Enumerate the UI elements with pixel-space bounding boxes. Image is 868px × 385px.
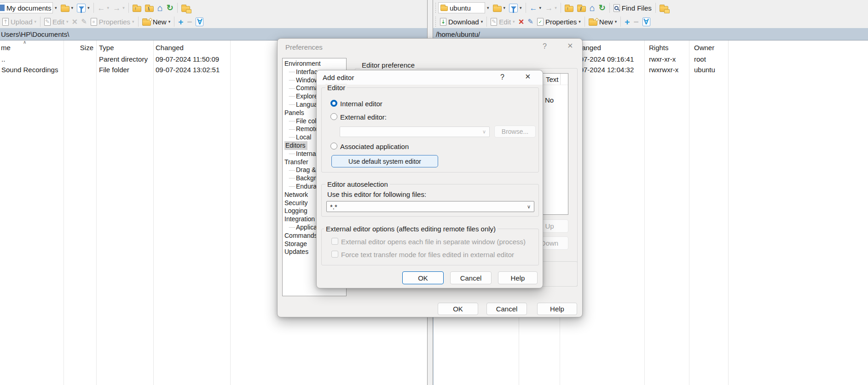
external-editor-label[interactable]: External editor: xyxy=(340,113,387,121)
upload-button[interactable]: ⇡ Upload ▾ xyxy=(0,16,38,28)
left-parent-directory-button[interactable]: ↑ xyxy=(131,2,143,14)
right-drive-combo[interactable]: ubuntu ▾ xyxy=(438,2,491,14)
left-remove-filter-button[interactable]: − xyxy=(185,16,194,28)
column-header-changed[interactable]: Changed xyxy=(156,44,184,52)
close-icon[interactable]: × xyxy=(567,41,573,50)
cancel-button[interactable]: Cancel xyxy=(450,271,492,284)
column-header-size[interactable]: Size xyxy=(64,44,93,52)
delete-icon: × xyxy=(72,17,77,26)
download-button[interactable]: ⇣ Download ▾ xyxy=(438,16,485,28)
left-drive-combo[interactable]: My documents ▾ xyxy=(0,2,59,14)
left-filter-all-button[interactable]: ∀ xyxy=(194,16,205,28)
left-forward-button[interactable]: → ▾ xyxy=(111,2,127,14)
right-filter-button[interactable]: ▾ xyxy=(507,2,524,14)
right-home-directory-button[interactable]: ⌂ xyxy=(588,2,597,14)
file-type: File folder xyxy=(99,66,129,74)
left-properties-button[interactable]: ≡ Properties ▾ xyxy=(89,16,136,28)
chevron-down-icon: ▾ xyxy=(579,19,581,24)
internal-editor-radio[interactable] xyxy=(330,100,337,107)
help-titlebar-button[interactable]: ? xyxy=(543,43,547,50)
right-edit-button[interactable]: ✎ Edit ▾ xyxy=(489,16,516,28)
chevron-down-icon: ▾ xyxy=(122,6,125,10)
browse-button[interactable]: Browse... xyxy=(494,126,536,138)
parent-folder-icon: ↑ xyxy=(133,6,141,12)
right-directory-tree-button[interactable] xyxy=(658,2,670,14)
left-delete-button[interactable]: × xyxy=(70,16,79,28)
download-icon: ⇣ xyxy=(440,18,446,26)
column-header-type[interactable]: Type xyxy=(99,44,114,52)
back-arrow-icon: ← xyxy=(530,4,538,12)
home-icon: ⌂ xyxy=(590,3,595,12)
toolbar-separator xyxy=(561,3,561,13)
left-filter-button[interactable]: ▾ xyxy=(75,2,92,14)
right-new-button[interactable]: New ▾ xyxy=(587,16,619,28)
list-item[interactable]: No xyxy=(545,96,554,104)
right-rename-button[interactable]: ✎ xyxy=(526,16,535,28)
left-toolbar: My documents ▾ ▾ ▾ ← ▾ → ▾ ↑ \ ⌂ xyxy=(0,0,427,28)
right-back-button[interactable]: ← ▾ xyxy=(528,2,544,14)
use-default-system-editor-button[interactable]: Use default system editor xyxy=(331,155,438,167)
right-root-directory-button[interactable]: / xyxy=(575,2,588,14)
left-home-directory-button[interactable]: ⌂ xyxy=(156,2,165,14)
right-remove-filter-button[interactable]: − xyxy=(631,16,640,28)
properties-icon: ✓ xyxy=(537,18,544,26)
chevron-down-icon: ▾ xyxy=(107,6,110,10)
ok-button[interactable]: OK xyxy=(438,303,478,315)
left-open-directory-button[interactable]: ▾ xyxy=(59,2,75,14)
files-mask-combo[interactable]: *.* ∨ xyxy=(326,201,534,212)
column-header-owner[interactable]: Owner xyxy=(694,44,714,52)
list-column-header-text[interactable]: Text xyxy=(546,75,559,83)
right-refresh-button[interactable]: ↻ xyxy=(597,2,608,14)
associated-application-label[interactable]: Associated application xyxy=(340,143,409,150)
left-edit-button[interactable]: ✎ Edit ▾ xyxy=(42,16,70,28)
left-rename-button[interactable]: ✎ xyxy=(79,16,89,28)
external-editor-radio[interactable] xyxy=(330,113,337,120)
help-button[interactable]: Help xyxy=(498,271,538,284)
cancel-button[interactable]: Cancel xyxy=(486,303,527,315)
help-titlebar-button[interactable]: ? xyxy=(500,74,504,81)
right-delete-button[interactable]: × xyxy=(517,16,526,28)
left-add-filter-button[interactable]: + xyxy=(176,16,185,28)
force-text-mode-checkbox-label[interactable]: Force text transfer mode for files edite… xyxy=(341,251,514,259)
internal-editor-label[interactable]: Internal editor xyxy=(340,100,382,108)
download-label: Download xyxy=(448,18,479,26)
rename-pencil-icon: ✎ xyxy=(81,17,87,26)
right-properties-button[interactable]: ✓ Properties ▾ xyxy=(535,16,583,28)
column-header-name[interactable]: me xyxy=(1,44,11,52)
right-open-directory-button[interactable]: ▾ xyxy=(491,2,508,14)
separate-window-checkbox-label[interactable]: External editor opens each file in separ… xyxy=(341,238,526,246)
edit-label: Edit xyxy=(52,18,64,26)
left-refresh-button[interactable]: ↻ xyxy=(165,2,175,14)
left-root-directory-button[interactable]: \ xyxy=(143,2,156,14)
open-folder-icon xyxy=(493,6,502,12)
left-back-button[interactable]: ← ▾ xyxy=(96,2,111,14)
left-directory-tree-button[interactable] xyxy=(179,2,192,14)
left-new-button[interactable]: New ▾ xyxy=(140,16,173,28)
add-editor-dialog: Add editor ? × Editor Internal editor Ex… xyxy=(316,70,543,288)
external-editor-options-group-label: External editor options (affects editing… xyxy=(324,225,498,233)
toolbar-separator xyxy=(620,17,621,27)
separate-window-checkbox[interactable] xyxy=(331,238,338,245)
chevron-down-icon: ▾ xyxy=(132,19,134,24)
filter-all-icon: ∀ xyxy=(196,17,203,26)
tree-item-environment[interactable]: Environment xyxy=(283,60,346,68)
right-add-filter-button[interactable]: + xyxy=(623,16,631,28)
find-files-button[interactable]: Find Files xyxy=(612,2,654,14)
ok-button[interactable]: OK xyxy=(402,271,444,284)
chevron-down-icon: ▾ xyxy=(513,19,515,24)
right-parent-directory-button[interactable]: ↑ xyxy=(563,2,575,14)
force-text-mode-checkbox[interactable] xyxy=(331,251,338,258)
toolbar-separator xyxy=(609,3,610,13)
right-forward-button[interactable]: → ▾ xyxy=(543,2,559,14)
folder-tree-icon xyxy=(660,6,668,12)
chevron-down-icon: ∨ xyxy=(482,129,486,135)
close-icon[interactable]: × xyxy=(525,72,531,81)
external-editor-combo[interactable]: ∨ xyxy=(340,126,490,137)
right-filter-all-button[interactable]: ∀ xyxy=(641,16,652,28)
column-header-rights[interactable]: Rights xyxy=(649,44,669,52)
column-separator xyxy=(153,40,154,385)
file-owner: ubuntu xyxy=(694,66,715,74)
column-separator xyxy=(644,40,645,385)
associated-application-radio[interactable] xyxy=(330,143,337,149)
help-button[interactable]: Help xyxy=(537,303,577,315)
